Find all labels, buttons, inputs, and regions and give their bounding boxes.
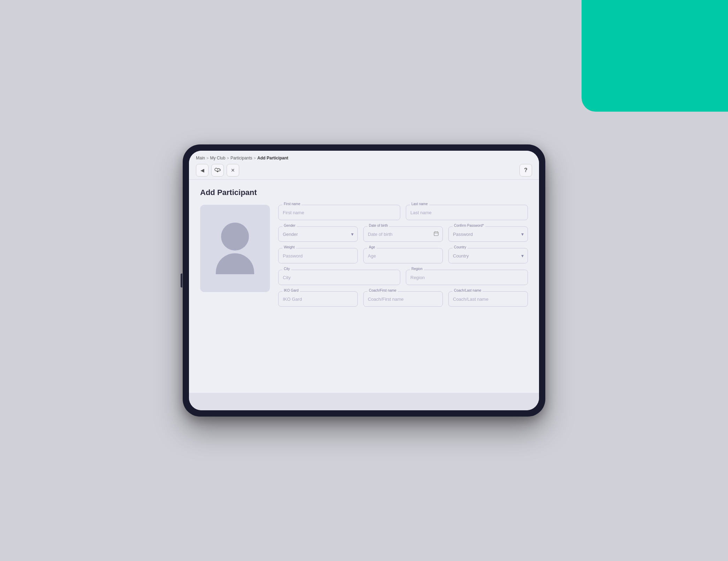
iko-gard-label: IKO Gard [282,289,300,292]
first-name-group: First name [278,205,400,220]
coach-first-name-input[interactable] [363,291,443,307]
dob-group: Date of birth [363,226,443,242]
back-button[interactable]: ◀ [196,164,208,177]
confirm-password-group: Confirm Password* Password ▾ [448,226,528,242]
weight-label: Weight [282,245,296,249]
last-name-input[interactable] [406,205,528,220]
save-button[interactable] [211,164,224,177]
age-label: Age [367,245,377,249]
breadcrumb: Main > My Club > Participants > Add Part… [196,156,532,160]
coach-first-name-label: Coach/First name [367,289,398,292]
avatar-circle [221,223,249,250]
gender-group: Gender Gender Male Female Other ▾ [278,226,358,242]
first-name-input[interactable] [278,205,400,220]
row-iko-coach: IKO Gard Coach/First name Coach/Last nam… [278,291,528,307]
first-name-label: First name [282,202,302,206]
iko-gard-group: IKO Gard [278,291,358,307]
breadcrumb-participants[interactable]: Participants [230,156,252,160]
coach-last-name-group: Coach/Last name [448,291,528,307]
row-city-region: City Region [278,270,528,285]
region-group: Region [406,270,528,285]
weight-input[interactable] [278,248,358,263]
region-input[interactable] [406,270,528,285]
city-group: City [278,270,400,285]
toolbar-actions-row: ◀ ✕ [196,164,532,177]
coach-first-name-group: Coach/First name [363,291,443,307]
toolbar: Main > My Club > Participants > Add Part… [189,151,539,180]
save-cloud-icon [214,167,221,173]
form-fields: First name Last name Gender [278,205,528,307]
footer-bar [189,393,539,410]
confirm-password-label: Confirm Password* [453,224,485,227]
dob-input[interactable] [363,226,443,242]
breadcrumb-current: Add Participant [257,156,288,160]
gender-select[interactable]: Gender Male Female Other [278,226,358,242]
back-icon: ◀ [200,167,204,173]
region-label: Region [410,267,424,271]
teal-background [582,0,728,112]
coach-last-name-input[interactable] [448,291,528,307]
main-content: Add Participant First name [189,180,539,393]
cancel-button[interactable]: ✕ [227,164,239,177]
age-group: Age [363,248,443,263]
confirm-password-select[interactable]: Password [448,226,528,242]
side-button [181,274,182,287]
city-label: City [282,267,291,271]
form-layout: First name Last name Gender [200,205,528,307]
row-name: First name Last name [278,205,528,220]
row-weight-age-country: Weight Age Country Country [278,248,528,263]
country-select[interactable]: Country USA UK Canada Australia [448,248,528,263]
breadcrumb-main[interactable]: Main [196,156,205,160]
tablet-frame: Main > My Club > Participants > Add Part… [183,144,545,417]
last-name-label: Last name [410,202,429,206]
country-label: Country [453,245,468,249]
iko-gard-input[interactable] [278,291,358,307]
toolbar-actions: ◀ ✕ [196,164,239,177]
tablet-screen: Main > My Club > Participants > Add Part… [189,151,539,410]
close-icon: ✕ [231,167,235,173]
tablet-wrapper: Main > My Club > Participants > Add Part… [183,144,545,417]
breadcrumb-sep-2: > [227,156,229,160]
avatar-placeholder[interactable] [200,205,270,292]
dob-label: Date of birth [367,224,389,227]
avatar-body [216,253,254,274]
age-input[interactable] [363,248,443,263]
row-gender-dob: Gender Gender Male Female Other ▾ [278,226,528,242]
help-button[interactable]: ? [520,164,532,177]
breadcrumb-myclub[interactable]: My Club [210,156,225,160]
breadcrumb-sep-3: > [254,156,256,160]
city-input[interactable] [278,270,400,285]
page-title: Add Participant [200,188,528,197]
last-name-group: Last name [406,205,528,220]
weight-group: Weight [278,248,358,263]
breadcrumb-sep-1: > [206,156,208,160]
help-icon: ? [524,167,528,173]
gender-label: Gender [282,224,297,227]
country-group: Country Country USA UK Canada Australia … [448,248,528,263]
coach-last-name-label: Coach/Last name [453,289,483,292]
